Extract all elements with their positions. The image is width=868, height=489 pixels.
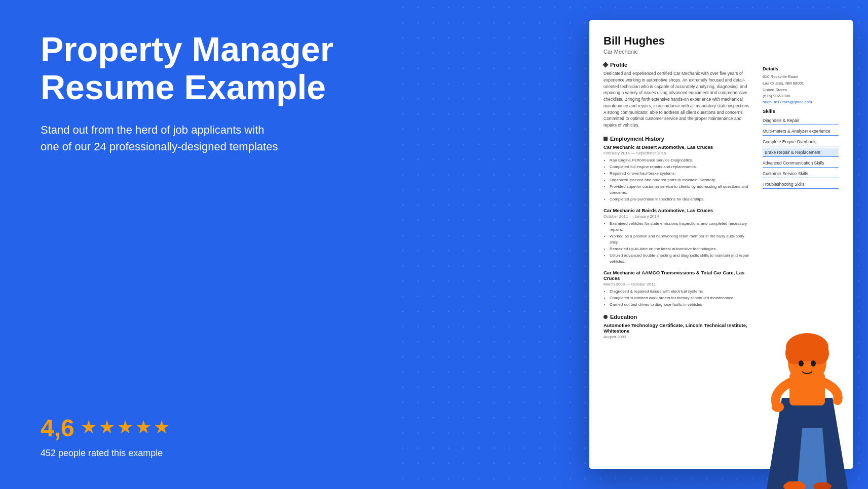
star-3: ★: [117, 417, 133, 438]
bullet: Worked as a positive and hardworking tea…: [610, 233, 752, 246]
rating-number: 4,6: [41, 414, 74, 442]
skill-item-4: Advanced Communication Skills: [763, 159, 839, 168]
bullet: Carried out test drives to diagnose faul…: [610, 302, 752, 308]
star-rating: ★ ★ ★ ★ ★: [81, 417, 170, 438]
star-4: ★: [135, 417, 152, 438]
education-section: Education Automotive Technology Certific…: [603, 314, 752, 339]
resume-right-column: Details 610 Rockville Road Las Cruces, N…: [763, 62, 839, 345]
bullet: Remained up-to-date on the latest automo…: [610, 246, 752, 252]
rating-count: 452 people rated this example: [41, 448, 355, 459]
resume-job-title: Car Mechanic: [603, 49, 839, 55]
bullet: Repaired or overhaul brake systems.: [610, 171, 752, 177]
employment-icon: [603, 137, 608, 141]
employment-section: Employment History Car Mechanic at Deser…: [603, 136, 752, 308]
details-email: hugh_m17cars@gmail.com: [763, 100, 839, 104]
resume-header: Bill Hughes Car Mechanic: [603, 34, 839, 55]
bullet: Provided superior customer service to cl…: [610, 184, 752, 196]
skill-item-1: Multi-meters & Analyzer experience: [763, 127, 839, 136]
skill-item-0: Diagnosis & Repair: [763, 116, 839, 125]
skill-item-2: Complete Engine Overhauls: [763, 138, 839, 146]
details-heading: Details: [763, 66, 839, 71]
job-3-bullets: Diagnosed & repaired issues with electri…: [603, 289, 752, 308]
skill-item-6: Troubleshooting Skills: [763, 180, 839, 189]
left-panel: Property Manager Resume Example Stand ou…: [0, 0, 395, 489]
bullet: Completed full engine repairs and replac…: [610, 164, 752, 170]
bullet: Diagnosed & repaired issues with electri…: [610, 289, 752, 295]
profile-icon: [602, 62, 608, 67]
job-3-date: March 2008 — October 2011: [603, 282, 752, 287]
bullet: Completed pre-purchase inspections for d…: [610, 196, 752, 202]
job-2-date: October 2011 — January 2014: [603, 214, 752, 219]
employment-heading: Employment History: [610, 136, 664, 142]
bullet: Completed submitted work orders for fact…: [610, 295, 752, 301]
job-1-bullets: Ran Engine Performance Service Diagnosti…: [603, 157, 752, 202]
subtitle-text: Stand out from the herd of job applicant…: [41, 121, 284, 155]
skills-list: Diagnosis & RepairMulti-meters & Analyze…: [763, 116, 839, 189]
star-5: ★: [154, 417, 170, 438]
star-2: ★: [99, 417, 115, 438]
job-3: Car Mechanic at AAMCO Transmissions & To…: [603, 270, 752, 308]
education-date: August 2003: [603, 335, 752, 339]
job-1: Car Mechanic at Desert Automotive, Las C…: [603, 144, 752, 202]
bullet: Ran Engine Performance Service Diagnosti…: [610, 157, 752, 164]
job-2-title: Car Mechanic at Bairds Automotive, Las C…: [603, 208, 752, 213]
skill-item-3: Brake Repair & Replacement: [763, 148, 839, 157]
education-icon: [603, 315, 608, 319]
svg-point-11: [811, 360, 816, 366]
character-illustration: [751, 317, 863, 489]
job-1-date: February 2014 — September 2019: [603, 151, 752, 155]
svg-point-10: [799, 360, 804, 366]
bullet: Utilized advanced trouble-shooting and d…: [610, 253, 752, 265]
profile-heading: Profile: [610, 62, 627, 68]
skill-item-5: Customer Service Skills: [763, 170, 839, 178]
bullet: Organized stocked and ordered parts to m…: [610, 177, 752, 183]
job-2: Car Mechanic at Bairds Automotive, Las C…: [603, 208, 752, 265]
star-1: ★: [81, 417, 97, 438]
job-1-title: Car Mechanic at Desert Automotive, Las C…: [603, 144, 752, 150]
skills-heading: Skills: [763, 108, 839, 114]
education-heading: Education: [610, 314, 637, 320]
profile-text: Dedicated and experienced certified Car …: [603, 70, 752, 129]
profile-section: Profile Dedicated and experienced certif…: [603, 62, 752, 129]
education-degree: Automotive Technology Certificate, Linco…: [603, 322, 752, 334]
details-address: 610 Rockville Road Las Cruces, NM 88001 …: [763, 74, 839, 100]
svg-rect-16: [815, 482, 829, 488]
svg-marker-4: [797, 428, 827, 489]
job-2-bullets: Examined vehicles for state emissions in…: [603, 221, 752, 265]
resume-name: Bill Hughes: [603, 34, 839, 48]
svg-point-12: [772, 402, 784, 412]
svg-rect-15: [786, 481, 803, 488]
page-title: Property Manager Resume Example: [41, 30, 355, 106]
rating-section: 4,6 ★ ★ ★ ★ ★ 452 people rated this exam…: [41, 414, 355, 459]
bullet: Examined vehicles for state emissions in…: [610, 221, 752, 233]
resume-left-column: Profile Dedicated and experienced certif…: [603, 62, 752, 345]
job-3-title: Car Mechanic at AAMCO Transmissions & To…: [603, 270, 752, 281]
